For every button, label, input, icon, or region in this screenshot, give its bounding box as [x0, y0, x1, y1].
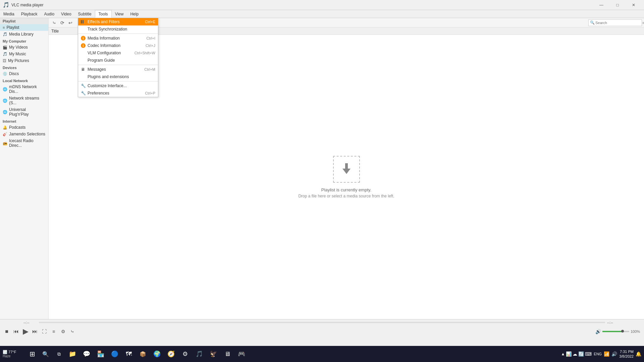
taskbar-dropbox[interactable]: 📦: [136, 347, 150, 361]
playlist-toggle-btn[interactable]: ≡: [50, 327, 58, 336]
codec-info-label: Codec Information: [88, 43, 120, 48]
search-input[interactable]: [595, 21, 642, 25]
sidebar-my-videos[interactable]: 🎬 My Videos: [0, 44, 48, 51]
sidebar-discs[interactable]: 💿 Discs: [0, 70, 48, 77]
local-network-label: Local Network: [3, 79, 28, 83]
menu-media[interactable]: Media: [0, 10, 18, 18]
volume-label: 100%: [631, 329, 641, 334]
playlist-icon-btn: ≡: [642, 21, 644, 25]
progress-track[interactable]: [39, 322, 605, 323]
tray-update-icon[interactable]: 🔄: [578, 351, 584, 357]
sidebar-my-music-label: My Music: [9, 52, 26, 56]
separator-1: [78, 34, 158, 34]
start-button[interactable]: ⊞: [25, 347, 39, 361]
vlm-config-label: VLM Configuration: [88, 51, 121, 55]
tray-audio-icon[interactable]: 📊: [566, 351, 572, 357]
menu-plugins-ext[interactable]: Plugins and extensions: [78, 73, 158, 80]
sidebar-playlist-label: Playlist: [6, 25, 19, 30]
menu-program-guide[interactable]: Program Guide: [78, 57, 158, 64]
playlist-empty-text: Playlist is currently empty.: [321, 187, 371, 192]
menu-subtitle[interactable]: Subtitle: [75, 10, 95, 18]
taskbar-vlc[interactable]: 🎵: [193, 347, 206, 361]
notification-btn[interactable]: 🔔: [636, 351, 641, 357]
close-button[interactable]: ✕: [626, 0, 641, 10]
menu-track-sync[interactable]: Track Synchronization: [78, 25, 158, 33]
menu-effects-filters[interactable]: Effects and Filters Ctrl+E: [78, 18, 158, 25]
extended-controls-btn[interactable]: ⚙: [59, 327, 67, 336]
sidebar-jamendo[interactable]: 🎸 Jamendo Selections: [0, 131, 48, 137]
my-music-icon: 🎵: [3, 52, 7, 56]
stop-button[interactable]: ■: [3, 327, 11, 336]
app-icon: 🎵: [3, 2, 9, 8]
menu-media-info[interactable]: i Media Information Ctrl+I: [78, 35, 158, 42]
volume-tray-icon[interactable]: 🔊: [611, 351, 617, 357]
loop-btn[interactable]: ⤷: [68, 327, 76, 336]
sidebar-my-music[interactable]: 🎵 My Music: [0, 51, 48, 57]
menu-tools[interactable]: Tools: [95, 10, 112, 18]
sidebar-playlist[interactable]: ≡ Playlist: [0, 24, 48, 31]
taskbar-chat[interactable]: 💬: [80, 347, 93, 361]
sidebar-media-library[interactable]: 🎵 Media Library: [0, 31, 48, 38]
sidebar-universal-plug[interactable]: 🌐 Universal Plug'n'Play: [0, 106, 48, 118]
tray-cloud-icon[interactable]: ☁: [573, 351, 577, 357]
menu-video[interactable]: Video: [58, 10, 74, 18]
taskbar: 🌫️ 77°F Haze ⊞ 🔍 ⧉ 📁 💬 🏪 🔵 🗺 📦 🌍 🧭 ⚙ 🎵 🦅…: [0, 346, 644, 362]
toolbar-loop-btn[interactable]: ↩: [67, 19, 74, 26]
taskbar-browser[interactable]: 🦅: [207, 347, 220, 361]
wifi-icon[interactable]: 📶: [604, 351, 609, 357]
toolbar-repeat-btn[interactable]: ⟳: [59, 19, 66, 26]
fullscreen-button[interactable]: ⛶: [40, 327, 48, 336]
time-total: --:--: [607, 320, 621, 324]
customize-if-label: Customize Interface...: [88, 83, 127, 88]
language-indicator[interactable]: ENG: [594, 352, 602, 356]
my-videos-icon: 🎬: [3, 45, 7, 50]
menu-view[interactable]: View: [112, 10, 127, 18]
next-button[interactable]: ⏭: [31, 327, 39, 336]
menu-vlm-config[interactable]: VLM Configuration Ctrl+Shift+W: [78, 49, 158, 57]
menu-customize-if[interactable]: 🔧 Customize Interface...: [78, 82, 158, 89]
taskbar-edge[interactable]: 🔵: [108, 347, 121, 361]
sidebar-my-pictures[interactable]: 🖼 My Pictures: [0, 57, 48, 64]
taskbar-store[interactable]: 🏪: [94, 347, 107, 361]
taskbar-chrome[interactable]: 🌍: [150, 347, 164, 361]
task-view-btn[interactable]: ⧉: [52, 347, 66, 361]
menu-audio[interactable]: Audio: [41, 10, 58, 18]
devices-label: Devices: [3, 66, 17, 70]
taskbar-gamepad[interactable]: 🎮: [235, 347, 248, 361]
preferences-shortcut: Ctrl+P: [145, 91, 155, 95]
menu-codec-info[interactable]: i Codec Information Ctrl+J: [78, 42, 158, 49]
menu-help[interactable]: Help: [127, 10, 142, 18]
taskbar-maps[interactable]: 🗺: [122, 347, 136, 361]
sidebar-mdns-label: mDNS Network Dis...: [9, 84, 46, 94]
clock[interactable]: 7:31 PM 3/8/2022: [619, 349, 634, 359]
sidebar-network-streams[interactable]: 🌐 Network streams (S...: [0, 95, 48, 106]
tray-keyboard-icon[interactable]: ⌨: [585, 351, 592, 357]
weather-widget: 🌫️ 77°F Haze: [3, 350, 23, 358]
menu-preferences[interactable]: 🔧 Preferences Ctrl+P: [78, 89, 158, 97]
prev-button[interactable]: ⏮: [12, 327, 20, 336]
play-button[interactable]: ▶: [21, 327, 30, 336]
menu-playback[interactable]: Playback: [18, 10, 41, 18]
program-guide-label: Program Guide: [88, 58, 115, 63]
menu-messages[interactable]: 🖥 Messages Ctrl+M: [78, 66, 158, 73]
mute-button[interactable]: 🔊: [595, 329, 601, 334]
preferences-icon: 🔧: [81, 91, 86, 96]
search-icon: 🔍: [590, 20, 595, 25]
taskbar-search[interactable]: 🔍: [39, 347, 52, 361]
sidebar-podcasts[interactable]: 🔔 Podcasts: [0, 124, 48, 131]
volume-track[interactable]: [602, 331, 629, 332]
maximize-button[interactable]: □: [610, 0, 625, 10]
taskbar-monitor[interactable]: 🖥: [221, 347, 234, 361]
messages-shortcut: Ctrl+M: [144, 67, 155, 71]
taskbar-settings[interactable]: ⚙: [178, 347, 192, 361]
taskbar-maps2[interactable]: 🧭: [164, 347, 178, 361]
messages-icon: 🖥: [81, 67, 86, 72]
sidebar-icecast[interactable]: 📻 Icecast Radio Direc...: [0, 137, 48, 149]
minimize-button[interactable]: —: [594, 0, 609, 10]
taskbar-explorer[interactable]: 📁: [66, 347, 79, 361]
toolbar-random-btn[interactable]: ⤷: [51, 19, 58, 26]
messages-label: Messages: [88, 67, 106, 72]
internet-label: Internet: [3, 119, 16, 123]
tray-expand-icon[interactable]: ▲: [561, 352, 565, 356]
sidebar-mdns[interactable]: 🌐 mDNS Network Dis...: [0, 83, 48, 95]
